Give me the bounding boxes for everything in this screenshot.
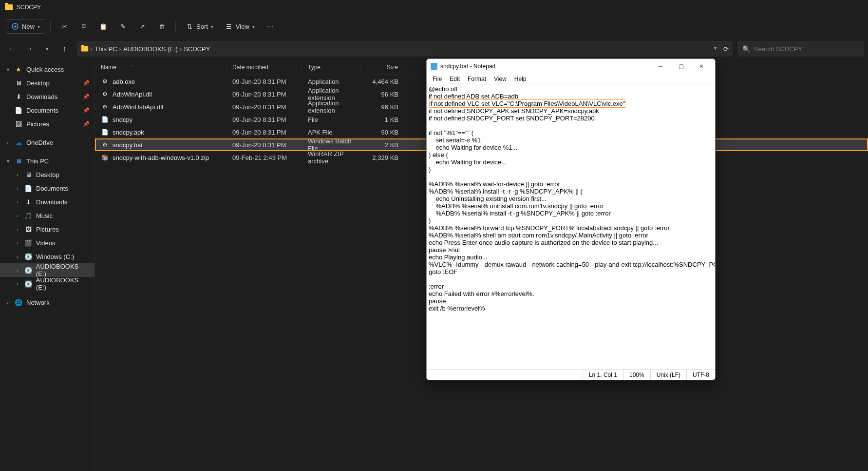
column-name[interactable]: Name ˄: [95, 59, 226, 75]
copy-button[interactable]: ⧉: [75, 20, 93, 33]
sidebar-pc-item[interactable]: ›🎵Music: [0, 209, 94, 222]
file-icon: ⚙: [101, 90, 109, 98]
paste-button[interactable]: 📋: [94, 20, 112, 33]
highlighted-line: if not defined VLC set VLC="C:\Program F…: [429, 99, 625, 108]
maximize-button[interactable]: ▢: [671, 60, 691, 72]
column-size[interactable]: Size: [360, 59, 404, 75]
chevron-right-icon: ›: [15, 254, 20, 259]
chevron-right-icon: ›: [180, 45, 182, 53]
folder-icon: [81, 46, 88, 52]
address-bar[interactable]: › This PC › AUDIOBOOKS (E:) › SCDCPY ▾ ⟳: [77, 41, 733, 57]
text-after: if not defined SNDCPY_APK set SNDCPY_APK…: [429, 107, 715, 312]
close-button[interactable]: ✕: [692, 60, 711, 72]
sidebar-network[interactable]: › 🌐 Network: [0, 295, 94, 309]
share-button[interactable]: ↗: [133, 20, 151, 33]
chevron-right-icon: ›: [5, 140, 11, 145]
sidebar-item-label: This PC: [26, 157, 49, 165]
search-input[interactable]: [754, 45, 859, 53]
nav-row: ← → ▾ ↑ › This PC › AUDIOBOOKS (E:) › SC…: [0, 38, 868, 59]
sidebar-item-label: Downloads: [36, 198, 67, 206]
item-icon: ⬇: [24, 198, 32, 206]
sidebar-quick-item[interactable]: 🖥Desktop📌: [0, 76, 94, 90]
sort-button[interactable]: ⇅ Sort ▾: [181, 20, 218, 33]
item-icon: 🖥: [24, 171, 32, 178]
menu-view[interactable]: View: [490, 75, 510, 83]
menu-edit[interactable]: Edit: [446, 75, 464, 83]
sidebar-pc-item[interactable]: ›💽Windows (C:): [0, 250, 94, 263]
breadcrumb-item[interactable]: This PC: [94, 45, 117, 53]
sort-label: Sort: [196, 23, 208, 30]
item-icon: 💽: [24, 280, 32, 288]
share-icon: ↗: [138, 22, 146, 30]
sidebar-pc-item[interactable]: ›🖼Pictures: [0, 222, 94, 236]
network-icon: 🌐: [15, 298, 22, 306]
sidebar-item-label: Downloads: [26, 93, 57, 100]
chevron-right-icon: ›: [15, 186, 20, 191]
cut-button[interactable]: ✂: [56, 20, 73, 33]
up-button[interactable]: ↑: [57, 41, 72, 57]
chevron-right-icon: ›: [15, 268, 20, 273]
sidebar-quick-access[interactable]: ▾ ★ Quick access: [0, 62, 94, 76]
file-size: 1 KB: [360, 116, 404, 123]
menu-file[interactable]: File: [429, 75, 446, 83]
chevron-down-icon: ▾: [46, 46, 48, 52]
notepad-textarea[interactable]: @echo off if not defined ADB set ADB=adb…: [427, 84, 715, 369]
chevron-down-icon: ▾: [211, 24, 213, 29]
sidebar-item-label: Network: [26, 299, 50, 306]
rename-button[interactable]: ✎: [114, 20, 132, 33]
status-eol: Unix (LF): [650, 370, 686, 380]
sidebar-item-label: Music: [36, 212, 53, 219]
status-encoding: UTF-8: [686, 370, 715, 380]
file-type: Application: [302, 78, 360, 85]
status-spacer: [427, 370, 583, 380]
chevron-right-icon: ›: [15, 240, 20, 246]
view-button[interactable]: ☰ View ▾: [220, 20, 260, 33]
column-date[interactable]: Date modified: [226, 59, 302, 75]
recent-button[interactable]: ▾: [39, 41, 55, 57]
sidebar-pc-item[interactable]: ›📄Documents: [0, 181, 94, 195]
sidebar-pc-item[interactable]: ›💽AUDIOBOOKS (E:): [0, 277, 94, 291]
file-date: 09-Jun-20 8:31 PM: [226, 78, 302, 85]
forward-button[interactable]: →: [21, 41, 37, 57]
notepad-icon: [431, 63, 437, 70]
chevron-right-icon: ›: [15, 172, 20, 177]
notepad-window: sndcpy.bat - Notepad ─ ▢ ✕ File Edit For…: [426, 59, 716, 380]
sidebar-item-label: Desktop: [36, 171, 59, 178]
pc-icon: 🖥: [15, 157, 22, 165]
menu-help[interactable]: Help: [510, 75, 530, 83]
sidebar-quick-item[interactable]: 📄Documents📌: [0, 103, 94, 117]
search-box[interactable]: 🔍: [737, 41, 864, 57]
notepad-titlebar[interactable]: sndcpy.bat - Notepad ─ ▢ ✕: [427, 59, 715, 74]
menu-format[interactable]: Format: [464, 75, 490, 83]
column-type[interactable]: Type: [302, 59, 360, 75]
sidebar-item-label: Documents: [36, 185, 68, 192]
sidebar-pc-item[interactable]: ›⬇Downloads: [0, 195, 94, 209]
breadcrumb-item[interactable]: AUDIOBOOKS (E:): [123, 45, 178, 53]
back-button[interactable]: ←: [4, 41, 19, 57]
star-icon: ★: [15, 65, 22, 73]
sidebar-item-label: AUDIOBOOKS (E:): [36, 276, 90, 291]
sidebar-item-label: Desktop: [26, 79, 50, 87]
sidebar-quick-item[interactable]: ⬇Downloads📌: [0, 90, 94, 103]
sidebar-pc-item[interactable]: ›💽AUDIOBOOKS (E:): [0, 263, 94, 277]
file-icon: 📄: [101, 116, 109, 123]
sidebar-pc-item[interactable]: ›🎬Videos: [0, 236, 94, 250]
sidebar-onedrive[interactable]: › ☁ OneDrive: [0, 136, 94, 149]
sidebar-quick-item[interactable]: 🖼Pictures📌: [0, 117, 94, 131]
sidebar-item-label: Windows (C:): [36, 253, 74, 260]
more-button[interactable]: ⋯: [262, 20, 279, 33]
item-icon: 📄: [24, 184, 32, 192]
view-label: View: [236, 23, 249, 30]
sidebar-pc-item[interactable]: ›🖥Desktop: [0, 168, 94, 181]
breadcrumb-item[interactable]: SCDCPY: [184, 45, 210, 53]
sidebar-this-pc[interactable]: ▾ 🖥 This PC: [0, 154, 94, 168]
new-button[interactable]: New ▾: [6, 19, 45, 34]
chevron-down-icon[interactable]: ▾: [714, 45, 717, 53]
delete-button[interactable]: 🗑: [153, 20, 170, 33]
col-label: Type: [308, 64, 321, 71]
refresh-button[interactable]: ⟳: [723, 45, 729, 53]
minimize-button[interactable]: ─: [651, 60, 670, 72]
chevron-right-icon: ›: [15, 199, 20, 205]
file-icon: ⚙: [101, 78, 109, 85]
chevron-down-icon: ▾: [5, 158, 11, 164]
